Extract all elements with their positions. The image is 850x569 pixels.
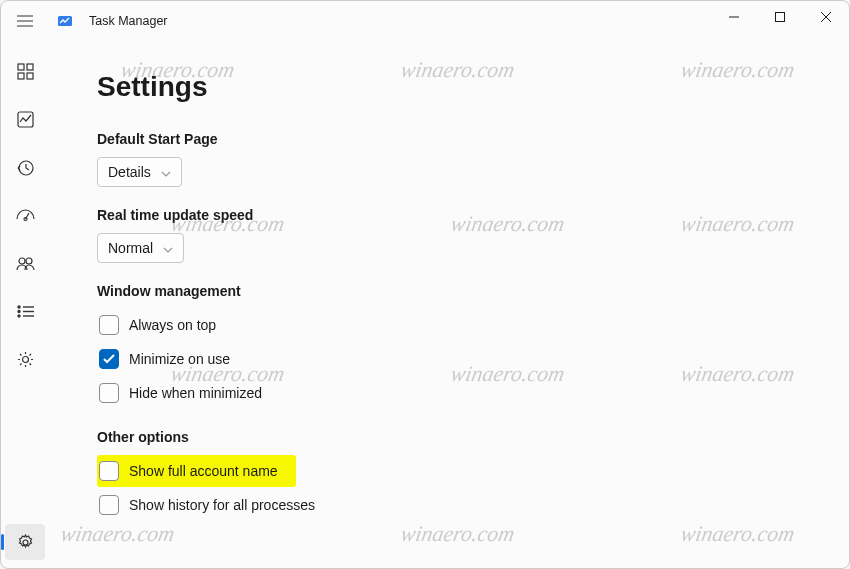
svg-rect-4: [18, 73, 24, 79]
svg-point-9: [19, 258, 25, 264]
hamburger-icon: [17, 15, 33, 27]
maximize-button[interactable]: [757, 1, 803, 33]
titlebar-left: Task Manager: [1, 1, 168, 41]
app-title: Task Manager: [89, 14, 168, 28]
minimize-icon: [729, 12, 739, 22]
svg-rect-1: [776, 13, 785, 22]
svg-rect-6: [18, 112, 33, 127]
services-icon: [17, 351, 34, 368]
always-on-top-checkbox[interactable]: [99, 315, 119, 335]
svg-point-13: [18, 315, 20, 317]
body: Settings Default Start Page Details Real…: [1, 41, 849, 568]
show-full-account-name-row: Show full account name: [97, 455, 296, 487]
sidebar-item-settings[interactable]: [5, 524, 45, 560]
show-history-all-row: Show history for all processes: [97, 489, 849, 521]
sidebar: [1, 41, 49, 568]
svg-point-11: [18, 306, 20, 308]
svg-rect-5: [27, 73, 33, 79]
maximize-icon: [775, 12, 785, 22]
minimize-on-use-label: Minimize on use: [129, 351, 230, 367]
users-icon: [16, 256, 35, 271]
other-options-label: Other options: [97, 429, 849, 445]
default-start-page-label: Default Start Page: [97, 131, 849, 147]
default-start-page-select[interactable]: Details: [97, 157, 182, 187]
history-icon: [17, 159, 34, 176]
default-start-page-value: Details: [108, 164, 151, 180]
always-on-top-row: Always on top: [97, 309, 849, 341]
show-history-all-label: Show history for all processes: [129, 497, 315, 513]
sidebar-item-users[interactable]: [5, 245, 45, 281]
sidebar-item-details[interactable]: [5, 293, 45, 329]
page-title: Settings: [97, 71, 849, 103]
svg-rect-0: [58, 16, 72, 26]
show-full-account-name-label: Show full account name: [129, 463, 278, 479]
titlebar: Task Manager: [1, 1, 849, 41]
close-icon: [821, 12, 831, 22]
chevron-down-icon: [161, 164, 171, 180]
gear-icon: [17, 534, 34, 551]
hide-when-minimized-checkbox[interactable]: [99, 383, 119, 403]
processes-icon: [17, 63, 34, 80]
hide-when-minimized-label: Hide when minimized: [129, 385, 262, 401]
show-full-account-name-checkbox[interactable]: [99, 461, 119, 481]
svg-point-14: [22, 356, 28, 362]
close-button[interactable]: [803, 1, 849, 33]
sidebar-item-services[interactable]: [5, 341, 45, 377]
chevron-down-icon: [163, 240, 173, 256]
svg-rect-2: [18, 64, 24, 70]
details-icon: [17, 305, 34, 318]
content: Settings Default Start Page Details Real…: [49, 41, 849, 568]
always-on-top-label: Always on top: [129, 317, 216, 333]
startup-icon: [16, 208, 35, 223]
check-icon: [103, 354, 115, 364]
performance-icon: [17, 111, 34, 128]
svg-point-10: [26, 258, 32, 264]
update-speed-select[interactable]: Normal: [97, 233, 184, 263]
window: Task Manager: [0, 0, 850, 569]
hide-when-minimized-row: Hide when minimized: [97, 377, 849, 409]
sidebar-item-startup[interactable]: [5, 197, 45, 233]
minimize-button[interactable]: [711, 1, 757, 33]
menu-button[interactable]: [1, 1, 49, 41]
window-management-label: Window management: [97, 283, 849, 299]
app-icon: [57, 13, 73, 29]
svg-point-15: [23, 540, 28, 545]
update-speed-value: Normal: [108, 240, 153, 256]
sidebar-item-app-history[interactable]: [5, 149, 45, 185]
show-history-all-checkbox[interactable]: [99, 495, 119, 515]
svg-rect-3: [27, 64, 33, 70]
update-speed-label: Real time update speed: [97, 207, 849, 223]
sidebar-item-processes[interactable]: [5, 53, 45, 89]
window-controls: [711, 1, 849, 33]
svg-point-12: [18, 310, 20, 312]
minimize-on-use-row: Minimize on use: [97, 343, 849, 375]
sidebar-item-performance[interactable]: [5, 101, 45, 137]
minimize-on-use-checkbox[interactable]: [99, 349, 119, 369]
